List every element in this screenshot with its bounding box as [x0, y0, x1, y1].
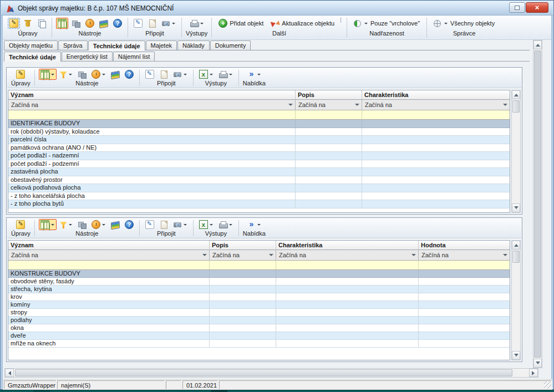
- update-object-button[interactable]: Aktualizace objektu: [268, 18, 337, 29]
- print-button[interactable]: [188, 18, 206, 29]
- relations-button[interactable]: [70, 18, 82, 29]
- table-row[interactable]: stropy: [8, 309, 510, 317]
- edit-button[interactable]: [8, 18, 20, 29]
- column-header-charakteristika[interactable]: Charakteristika: [362, 90, 510, 100]
- subtab-najemni-list[interactable]: Nájemní list: [113, 52, 155, 61]
- tab-majetek[interactable]: Majetek: [146, 40, 177, 50]
- document-button[interactable]: [146, 18, 158, 29]
- delete-button[interactable]: [22, 18, 34, 29]
- table-row[interactable]: podlahy: [8, 317, 510, 324]
- table-row[interactable]: komíny: [8, 301, 510, 309]
- resize-grip[interactable]: [544, 381, 551, 389]
- table-row[interactable]: obestavěný prostor: [8, 176, 510, 185]
- filter-input[interactable]: [296, 110, 362, 120]
- grid-relations-button[interactable]: [76, 219, 88, 230]
- table-row[interactable]: počet podlaží - nadzemní: [8, 152, 510, 160]
- grid-help-button[interactable]: [123, 219, 135, 230]
- filter-input[interactable]: [276, 261, 419, 270]
- scrollbar-thumb[interactable]: [15, 369, 512, 376]
- page-vertical-scrollbar[interactable]: [533, 40, 542, 368]
- filter-operator-select[interactable]: Začíná na: [276, 250, 419, 261]
- column-header-popis[interactable]: Popis: [210, 241, 276, 250]
- table-row[interactable]: počet podlaží - podzemní: [8, 160, 510, 169]
- history-button[interactable]: [84, 18, 96, 29]
- only-top-objects-button[interactable]: Pouze "vrcholove": [351, 18, 423, 28]
- grid-note-button[interactable]: [144, 69, 156, 80]
- filter-operator-select[interactable]: Začíná na: [419, 250, 510, 261]
- scrollbar-thumb[interactable]: [512, 251, 520, 263]
- scroll-right-button[interactable]: [529, 369, 538, 377]
- tab-objekty-majetku[interactable]: Objekty majetku: [4, 40, 58, 50]
- filter-operator-select[interactable]: Začíná na: [210, 250, 276, 261]
- filter-input[interactable]: [210, 261, 276, 270]
- column-header-vyznam[interactable]: Význam: [8, 241, 210, 250]
- table-row[interactable]: mříže na oknech: [8, 340, 510, 348]
- grid-layers-button[interactable]: [109, 220, 121, 230]
- camera-button[interactable]: [160, 18, 177, 29]
- table-view-button[interactable]: [56, 18, 68, 29]
- table-row[interactable]: dveře: [8, 332, 510, 340]
- scroll-up-button[interactable]: [512, 241, 520, 250]
- help-button[interactable]: [111, 18, 124, 29]
- grid-layers-button[interactable]: [109, 69, 121, 80]
- layers-button[interactable]: [98, 18, 110, 29]
- filter-input[interactable]: [8, 110, 296, 120]
- filter-input[interactable]: [362, 110, 510, 120]
- tab-technicke-udaje[interactable]: Technické údaje: [88, 40, 145, 50]
- grid-relations-button[interactable]: [76, 69, 88, 80]
- scroll-down-button[interactable]: [533, 359, 542, 368]
- table-row[interactable]: - z toho plocha bytů: [8, 200, 510, 208]
- subtab-energeticky-list[interactable]: Energetický list: [62, 52, 113, 61]
- all-objects-button[interactable]: Všechny objekty: [431, 18, 497, 28]
- grid-document-button[interactable]: [157, 219, 170, 230]
- copy-button[interactable]: [35, 18, 48, 29]
- table-row[interactable]: památková ochrana (ANO / NE): [8, 144, 510, 152]
- table-row[interactable]: střecha, krytina: [8, 286, 510, 293]
- table-row[interactable]: parcelní čísla: [8, 136, 510, 144]
- grid-edit-button[interactable]: [14, 219, 27, 230]
- scroll-up-button[interactable]: [533, 40, 542, 49]
- column-header-charakteristika[interactable]: Charakteristika: [276, 241, 419, 250]
- grid-print-button[interactable]: [217, 219, 235, 230]
- grid-menu-button[interactable]: [245, 69, 263, 80]
- grid-edit-button[interactable]: [14, 69, 27, 80]
- grid-help-button[interactable]: [123, 69, 135, 80]
- grid-document-button[interactable]: [157, 69, 170, 80]
- grid-camera-button[interactable]: [171, 219, 189, 230]
- page-horizontal-scrollbar[interactable]: [4, 368, 538, 378]
- tab-sprava[interactable]: Správa: [58, 40, 88, 50]
- grid-filter-button[interactable]: [58, 220, 74, 230]
- note-button[interactable]: [132, 18, 144, 29]
- grid-camera-button[interactable]: [171, 69, 189, 80]
- filter-operator-select[interactable]: Začíná na: [8, 250, 210, 261]
- filter-input[interactable]: [419, 261, 510, 270]
- table-row-section[interactable]: KONSTRUKCE BUDOVY: [8, 270, 510, 278]
- scrollbar-thumb[interactable]: [512, 100, 520, 113]
- close-button[interactable]: ×: [526, 2, 548, 13]
- scroll-up-button[interactable]: [512, 90, 520, 99]
- grid-excel-button[interactable]: [197, 69, 215, 80]
- grid-table-view-button[interactable]: [39, 69, 57, 80]
- grid1-vertical-scrollbar[interactable]: [511, 90, 521, 213]
- grid-table-view-button[interactable]: [39, 219, 57, 230]
- scroll-down-button[interactable]: [512, 351, 520, 360]
- table-row[interactable]: obvodové stěny, fasády: [8, 278, 510, 286]
- grid-history-button[interactable]: [90, 219, 108, 230]
- column-header-hodnota[interactable]: Hodnota: [419, 241, 510, 250]
- table-row-section[interactable]: IDENTIFIKACE BUDOVY: [8, 120, 510, 128]
- grid-menu-button[interactable]: [245, 219, 263, 230]
- grid-excel-button[interactable]: [197, 219, 215, 230]
- scrollbar-thumb[interactable]: [534, 50, 541, 358]
- grid-print-button[interactable]: [217, 69, 235, 80]
- filter-operator-select[interactable]: Začíná na: [296, 100, 362, 110]
- table-row[interactable]: celková podlahová plocha: [8, 184, 510, 192]
- filter-input[interactable]: [8, 261, 210, 270]
- table-row[interactable]: krov: [8, 293, 510, 301]
- filter-operator-select[interactable]: Začíná na: [8, 100, 296, 110]
- filter-operator-select[interactable]: Začíná na: [362, 100, 510, 110]
- table-row[interactable]: okna: [8, 324, 510, 332]
- add-object-button[interactable]: Přidat objekt: [216, 18, 266, 29]
- grid-note-button[interactable]: [144, 219, 156, 230]
- restore-button[interactable]: [509, 2, 525, 13]
- column-header-popis[interactable]: Popis: [296, 90, 362, 100]
